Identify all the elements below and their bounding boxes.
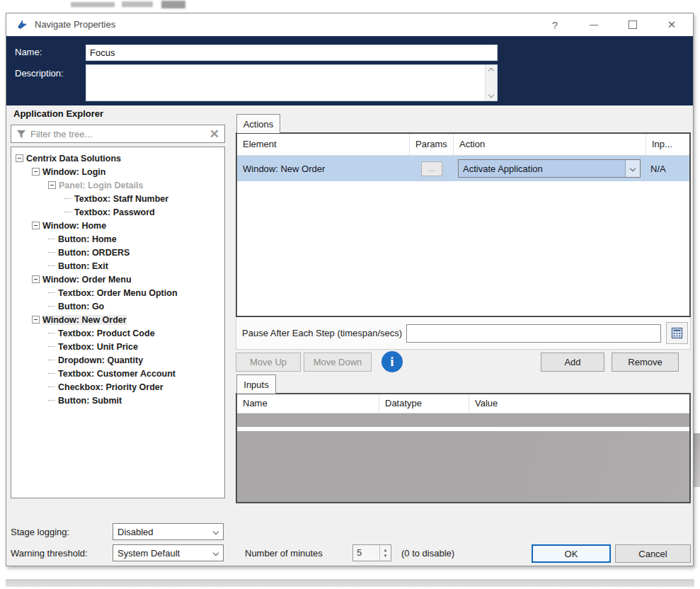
tree-connector xyxy=(48,292,55,293)
tree-connector xyxy=(48,333,55,333)
column-datatype: Datatype xyxy=(379,394,469,413)
warning-threshold-dropdown[interactable]: System Default xyxy=(113,544,224,561)
column-name: Name xyxy=(237,394,379,413)
tree-connector xyxy=(64,198,71,199)
spinner-arrows[interactable]: ▴▾ xyxy=(379,545,391,561)
help-icon[interactable]: ? xyxy=(543,13,567,36)
tree-node-label: Window: New Order xyxy=(42,315,127,325)
name-label: Name: xyxy=(15,47,42,57)
tree-node[interactable]: Checkbox: Priority Order xyxy=(11,380,224,394)
tree-node[interactable]: Textbox: Customer Account xyxy=(11,367,224,380)
tree-node[interactable]: Window: Login xyxy=(11,165,224,178)
tree-node-label: Textbox: Customer Account xyxy=(58,369,176,379)
clear-filter-icon[interactable]: ✕ xyxy=(210,127,224,142)
pause-input[interactable] xyxy=(406,324,661,343)
column-value: Value xyxy=(469,394,689,413)
close-icon[interactable]: ✕ xyxy=(660,13,684,36)
tree-node[interactable]: Button: Go xyxy=(11,299,224,313)
actions-table: Element Params Action Inp... Window: New… xyxy=(236,132,691,317)
tab-inputs[interactable]: Inputs xyxy=(236,374,276,394)
cancel-button[interactable]: Cancel xyxy=(615,544,691,563)
application-tree[interactable]: Centrix Data Solutions Window: Login Pan… xyxy=(11,147,225,498)
expander-icon[interactable] xyxy=(32,168,40,176)
tree-node[interactable]: Button: Home xyxy=(11,232,224,246)
add-button[interactable]: Add xyxy=(541,353,604,372)
spin-down-icon: ▾ xyxy=(384,553,387,559)
tab-actions[interactable]: Actions xyxy=(236,114,280,133)
minutes-label: Number of minutes xyxy=(245,548,323,559)
tree-connector xyxy=(48,400,55,401)
action-row[interactable]: Window: New Order ... Activate Applicati… xyxy=(237,156,689,181)
column-params: Params xyxy=(410,134,454,155)
spin-up-icon: ▴ xyxy=(384,547,387,553)
move-down-button[interactable]: Move Down xyxy=(304,353,372,372)
blue-prism-logo-icon xyxy=(16,18,28,31)
tree-connector xyxy=(64,212,71,212)
window-title: Navigate Properties xyxy=(35,13,115,36)
tree-node[interactable]: Window: Home xyxy=(11,219,224,232)
tree-node[interactable]: Textbox: Order Menu Option xyxy=(11,286,224,299)
info-icon[interactable]: i xyxy=(381,351,403,372)
tree-node[interactable]: Button: Submit xyxy=(11,394,224,407)
tree-node[interactable]: Button: ORDERS xyxy=(11,246,224,259)
tree-node-label: Textbox: Password xyxy=(74,207,155,217)
expander-icon[interactable] xyxy=(32,275,40,283)
scroll-up-icon[interactable] xyxy=(488,68,494,74)
tree-node[interactable]: Panel: Login Details xyxy=(11,178,224,192)
expander-icon[interactable] xyxy=(16,154,23,162)
name-input[interactable] xyxy=(86,45,498,61)
inputs-empty-area xyxy=(237,431,689,503)
scroll-down-icon[interactable] xyxy=(488,92,494,98)
tree-node-label: Checkbox: Priority Order xyxy=(58,382,163,392)
minimize-icon[interactable] xyxy=(582,13,606,36)
dialog-header: Name: Description: xyxy=(6,36,693,105)
tree-node[interactable]: Dropdown: Quantity xyxy=(11,353,224,367)
stage-logging-label: Stage logging: xyxy=(11,527,69,537)
chevron-down-icon[interactable] xyxy=(625,160,640,177)
tree-node-label: Textbox: Unit Price xyxy=(58,342,138,352)
action-dropdown[interactable]: Activate Application xyxy=(458,159,641,178)
tree-filter-input[interactable]: Filter the tree... ✕ xyxy=(11,125,225,143)
inputs-table-header: Name Datatype Value xyxy=(237,394,689,413)
action-inputs-cell: N/A xyxy=(646,164,689,174)
title-bar[interactable]: Navigate Properties ? ✕ xyxy=(6,13,693,36)
tree-node-label: Button: Submit xyxy=(58,396,122,406)
ok-button[interactable]: OK xyxy=(532,544,611,563)
expander-icon[interactable] xyxy=(32,316,40,324)
pause-strip: Pause After Each Step (timespan/secs) xyxy=(236,317,691,350)
remove-button[interactable]: Remove xyxy=(612,353,679,372)
description-scrollbar[interactable] xyxy=(485,65,497,101)
tree-connector xyxy=(48,252,55,253)
tree-node[interactable]: Textbox: Product Code xyxy=(11,326,224,340)
tree-node-label: Button: Go xyxy=(58,302,104,311)
maximize-icon[interactable] xyxy=(621,13,645,36)
tree-node[interactable]: Window: Order Menu xyxy=(11,273,224,286)
minutes-hint: (0 to disable) xyxy=(401,548,454,559)
expander-icon[interactable] xyxy=(32,222,40,229)
tree-node[interactable]: Button: Exit xyxy=(11,259,224,273)
chevron-down-icon xyxy=(209,530,223,534)
tree-node-label: Centrix Data Solutions xyxy=(26,154,121,164)
tree-connector xyxy=(48,265,55,266)
action-element-cell: Window: New Order xyxy=(237,164,410,174)
minutes-spinner[interactable]: 5 ▴▾ xyxy=(352,544,391,561)
tree-connector xyxy=(48,373,55,374)
description-textarea[interactable] xyxy=(86,64,498,101)
tree-node-label: Panel: Login Details xyxy=(59,181,143,190)
stage-logging-dropdown[interactable]: Disabled xyxy=(113,523,224,540)
tree-node[interactable]: Window: New Order xyxy=(11,313,224,326)
filter-placeholder-text: Filter the tree... xyxy=(30,129,210,139)
tree-connector xyxy=(48,346,55,347)
tree-node[interactable]: Textbox: Password xyxy=(11,205,224,219)
tree-node[interactable]: Textbox: Unit Price xyxy=(11,340,224,353)
calculator-button[interactable] xyxy=(666,322,688,344)
navigate-properties-dialog: Navigate Properties ? ✕ Name: Descriptio… xyxy=(6,13,694,566)
column-inputs: Inp... xyxy=(646,134,689,155)
tree-node[interactable]: Centrix Data Solutions xyxy=(11,151,224,165)
move-up-button[interactable]: Move Up xyxy=(236,353,301,372)
expander-icon[interactable] xyxy=(48,181,56,189)
background-smudge xyxy=(122,1,153,7)
tree-node[interactable]: Textbox: Staff Number xyxy=(11,192,224,205)
pause-label: Pause After Each Step (timespan/secs) xyxy=(242,317,402,350)
params-button[interactable]: ... xyxy=(421,161,442,176)
